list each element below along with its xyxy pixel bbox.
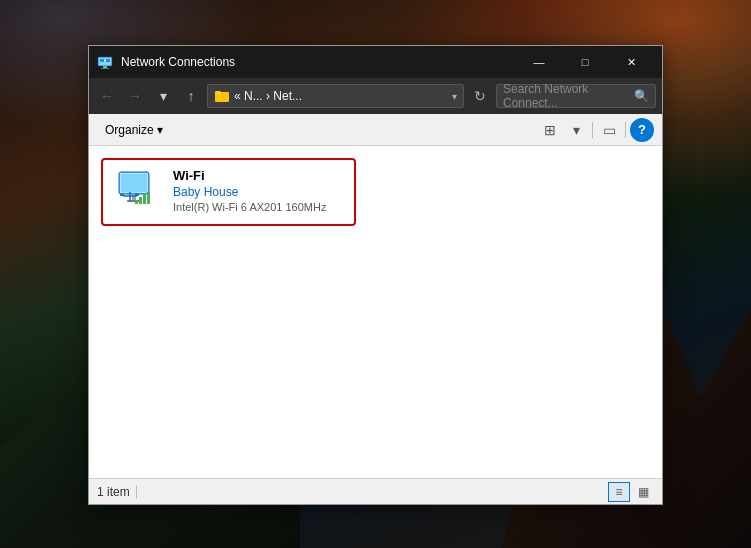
view-dropdown-icon: ▾	[573, 122, 580, 138]
search-placeholder: Search Network Connect...	[503, 82, 630, 110]
detail-view-icon: ▦	[638, 485, 649, 499]
svg-rect-3	[101, 68, 109, 69]
network-connections-window: Network Connections — □ ✕ ← → ▾ ↑	[88, 45, 663, 505]
address-folder-icon	[214, 88, 230, 104]
close-button[interactable]: ✕	[608, 46, 654, 78]
toolbar: Organize ▾ ⊞ ▾ ▭ ?	[89, 114, 662, 146]
svg-rect-18	[135, 193, 139, 196]
svg-rect-22	[147, 192, 150, 204]
grid-view-button[interactable]: ⊞	[538, 118, 562, 142]
wifi-ssid: Baby House	[173, 185, 326, 199]
wifi-network-item[interactable]: Wi-Fi Baby House Intel(R) Wi-Fi 6 AX201 …	[101, 158, 356, 226]
panel-view-button[interactable]: ▭	[597, 118, 621, 142]
svg-rect-8	[215, 91, 221, 94]
organize-button[interactable]: Organize ▾	[97, 121, 171, 139]
maximize-button[interactable]: □	[562, 46, 608, 78]
detail-view-button[interactable]: ▦	[632, 482, 654, 502]
svg-rect-4	[100, 59, 104, 62]
refresh-button[interactable]: ↻	[468, 84, 492, 108]
wifi-name: Wi-Fi	[173, 168, 326, 183]
view-controls: ⊞ ▾ ▭ ?	[538, 118, 654, 142]
content-area: Wi-Fi Baby House Intel(R) Wi-Fi 6 AX201 …	[89, 146, 662, 478]
back-button[interactable]: ←	[95, 84, 119, 108]
computer-icon	[115, 168, 163, 216]
titlebar: Network Connections — □ ✕	[89, 46, 662, 78]
list-view-button[interactable]: ≡	[608, 482, 630, 502]
window-title: Network Connections	[121, 55, 516, 69]
organize-label: Organize	[105, 123, 154, 137]
wifi-adapter: Intel(R) Wi-Fi 6 AX201 160MHz	[173, 201, 326, 213]
network-info: Wi-Fi Baby House Intel(R) Wi-Fi 6 AX201 …	[173, 168, 326, 213]
desktop: Network Connections — □ ✕ ← → ▾ ↑	[0, 0, 751, 548]
svg-rect-5	[106, 59, 110, 62]
item-count: 1 item	[97, 485, 130, 499]
svg-rect-2	[103, 66, 107, 68]
minimize-button[interactable]: —	[516, 46, 562, 78]
statusbar: 1 item ≡ ▦	[89, 478, 662, 504]
grid-icon: ⊞	[544, 122, 556, 138]
svg-rect-13	[127, 200, 141, 202]
panel-icon: ▭	[603, 122, 616, 138]
view-separator	[592, 122, 593, 138]
organize-arrow-icon: ▾	[157, 123, 163, 137]
view-dropdown-button[interactable]: ▾	[564, 118, 588, 142]
svg-rect-19	[135, 200, 138, 204]
dropdown-button[interactable]: ▾	[151, 84, 175, 108]
search-icon[interactable]: 🔍	[634, 89, 649, 103]
list-view-icon: ≡	[615, 485, 622, 499]
window-icon	[97, 54, 113, 70]
network-item-header: Wi-Fi Baby House Intel(R) Wi-Fi 6 AX201 …	[115, 168, 326, 216]
svg-rect-11	[121, 174, 147, 192]
svg-rect-21	[143, 194, 146, 204]
forward-button[interactable]: →	[123, 84, 147, 108]
address-field[interactable]: « N... › Net... ▾	[207, 84, 464, 108]
search-field[interactable]: Search Network Connect... 🔍	[496, 84, 656, 108]
svg-rect-20	[139, 197, 142, 204]
address-text: « N... › Net...	[234, 89, 448, 103]
status-view-buttons: ≡ ▦	[608, 482, 654, 502]
up-button[interactable]: ↑	[179, 84, 203, 108]
window-controls: — □ ✕	[516, 46, 654, 78]
network-icon-area	[115, 168, 163, 216]
svg-rect-17	[120, 193, 124, 196]
status-separator	[136, 485, 137, 499]
address-dropdown-icon[interactable]: ▾	[452, 91, 457, 102]
view-separator2	[625, 122, 626, 138]
help-button[interactable]: ?	[630, 118, 654, 142]
addressbar: ← → ▾ ↑ « N... › Net... ▾	[89, 78, 662, 114]
